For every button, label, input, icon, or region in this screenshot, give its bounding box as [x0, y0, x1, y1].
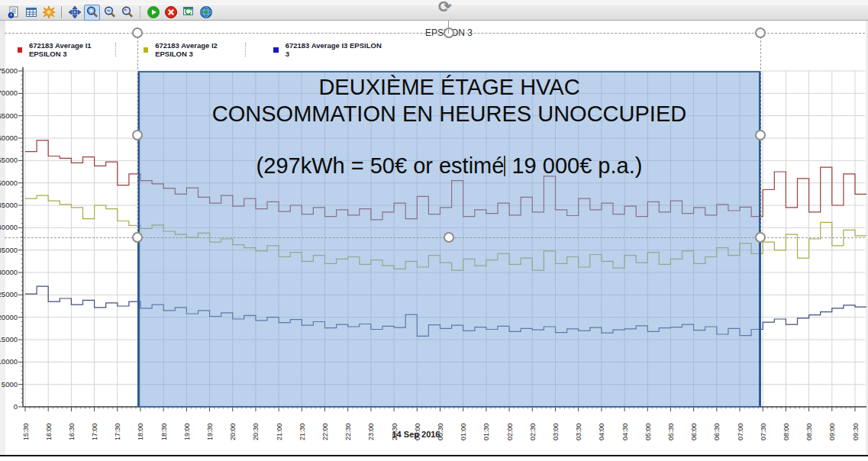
svg-text:05:00: 05:00 [644, 423, 652, 440]
handle-top-left[interactable] [132, 27, 143, 38]
handle-top-right[interactable] [755, 27, 766, 38]
legend-label-i1: 672183 Average I1 EPSILON 3 [29, 41, 115, 58]
svg-text:19:00: 19:00 [183, 423, 191, 440]
x-axis-date-label: 14 Sep 2016 [370, 430, 462, 439]
svg-text:21:30: 21:30 [298, 423, 306, 440]
annotation-line2: CONSOMMATION EN HEURES UNOCCUPIED [137, 101, 761, 127]
toolbar [0, 4, 868, 21]
annotation-line1: DEUXIÈME ÉTAGE HVAC [137, 74, 761, 101]
svg-text:06:00: 06:00 [690, 423, 698, 440]
svg-text:75000: 75000 [0, 66, 18, 75]
svg-text:02:30: 02:30 [529, 423, 537, 440]
svg-text:5000: 5000 [2, 380, 18, 388]
svg-text:16:00: 16:00 [45, 423, 53, 440]
svg-text:22:00: 22:00 [321, 423, 329, 440]
svg-text:22:30: 22:30 [344, 423, 352, 440]
svg-text:03:30: 03:30 [575, 423, 582, 440]
legend-label-i2: 672183 Average I2 EPSILON 3 [155, 41, 245, 58]
svg-text:09:00: 09:00 [828, 423, 836, 440]
svg-text:18:00: 18:00 [137, 423, 144, 440]
app-window: 0500010000150002000025000300003500040000… [0, 0, 868, 461]
svg-text:65000: 65000 [0, 111, 18, 120]
annotation-line3: (297kWh = 50€ or estimé 19 000€ p.a.) [137, 153, 761, 179]
svg-text:04:00: 04:00 [598, 423, 605, 440]
handle-mid-left[interactable] [132, 130, 143, 140]
svg-text:15:30: 15:30 [22, 423, 30, 440]
svg-text:17:00: 17:00 [91, 423, 98, 440]
svg-text:08:00: 08:00 [782, 423, 790, 440]
legend-swatch-i2 [144, 47, 148, 53]
svg-text:21:00: 21:00 [276, 423, 283, 440]
svg-text:50000: 50000 [0, 179, 18, 187]
svg-text:35000: 35000 [0, 246, 18, 254]
zoom-dynamic-icon[interactable] [119, 5, 135, 21]
annotation-line3-before: (297kWh = 50€ or estimé [257, 153, 505, 178]
play-icon[interactable] [145, 5, 161, 21]
svg-text:07:30: 07:30 [760, 423, 767, 440]
svg-text:17:30: 17:30 [114, 423, 121, 440]
annotation-textbox[interactable]: DEUXIÈME ÉTAGE HVAC CONSOMMATION EN HEUR… [137, 74, 761, 179]
handle-top-center[interactable] [444, 27, 454, 38]
legend-item-i1[interactable]: 672183 Average I1 EPSILON 3 [6, 43, 116, 56]
svg-text:19:30: 19:30 [206, 423, 214, 440]
svg-text:16:30: 16:30 [68, 423, 76, 440]
toolbar-separator [61, 6, 62, 18]
zoom-out-icon[interactable] [102, 5, 118, 21]
chart-legend: 672183 Average I1 EPSILON 3 672183 Avera… [6, 43, 383, 56]
svg-text:40000: 40000 [0, 223, 18, 231]
zoom-in-icon[interactable] [84, 5, 100, 21]
handle-mid-right[interactable] [755, 130, 766, 140]
svg-text:02:00: 02:00 [506, 423, 514, 440]
svg-text:60000: 60000 [0, 134, 18, 142]
refresh-window-icon[interactable] [180, 5, 196, 21]
handle-bottom-center[interactable] [444, 232, 454, 243]
annotation-line3-after: 19 000€ p.a.) [505, 153, 642, 178]
svg-text:09:30: 09:30 [852, 423, 860, 440]
table-icon[interactable] [23, 5, 39, 21]
svg-text:20:00: 20:00 [229, 423, 237, 440]
svg-text:0: 0 [14, 402, 18, 411]
svg-text:06:30: 06:30 [713, 423, 721, 440]
handle-bottom-left[interactable] [132, 232, 143, 243]
svg-text:45000: 45000 [0, 201, 18, 209]
svg-text:70000: 70000 [0, 89, 18, 97]
svg-text:10000: 10000 [0, 357, 18, 366]
rotate-handle-icon[interactable]: ⟳ [438, 0, 452, 16]
svg-text:25000: 25000 [0, 290, 18, 298]
report-icon[interactable] [5, 5, 21, 21]
svg-text:01:30: 01:30 [482, 423, 490, 440]
svg-text:20000: 20000 [0, 313, 18, 321]
pan-icon[interactable] [66, 5, 82, 21]
legend-item-i3[interactable]: 672183 Average I3 EPSILON 3 [246, 43, 383, 56]
svg-text:04:30: 04:30 [621, 423, 629, 440]
svg-text:20:30: 20:30 [252, 423, 260, 440]
stop-icon[interactable] [163, 5, 179, 21]
svg-text:18:30: 18:30 [160, 423, 168, 440]
handle-bottom-right[interactable] [755, 232, 766, 243]
svg-text:55000: 55000 [0, 156, 18, 164]
svg-text:08:30: 08:30 [805, 423, 813, 440]
legend-swatch-i1 [18, 47, 22, 53]
globe-icon[interactable] [198, 5, 214, 21]
legend-label-i3: 672183 Average I3 EPSILON 3 [286, 41, 383, 58]
legend-item-i2[interactable]: 672183 Average I2 EPSILON 3 [116, 43, 246, 56]
svg-text:07:00: 07:00 [737, 423, 744, 440]
svg-text:05:30: 05:30 [667, 423, 675, 440]
svg-text:15000: 15000 [0, 335, 18, 343]
legend-swatch-i3 [273, 47, 279, 53]
chart-burst-icon[interactable] [40, 5, 56, 21]
svg-text:30000: 30000 [0, 268, 18, 276]
svg-text:03:00: 03:00 [552, 423, 560, 440]
toolbar-separator-dotted [140, 6, 140, 18]
